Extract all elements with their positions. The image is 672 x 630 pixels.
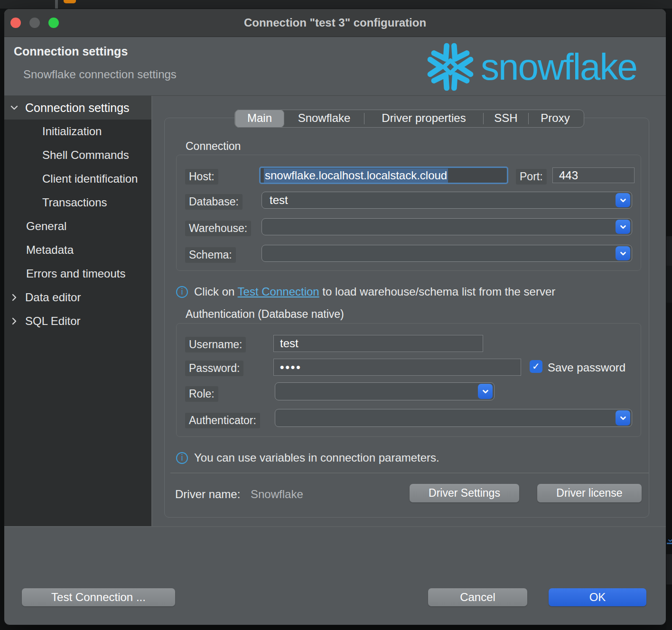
background-top-strip bbox=[0, 0, 672, 9]
driver-name-label: Driver name: bbox=[175, 488, 240, 501]
sidebar-item-label: Client identification bbox=[42, 172, 138, 185]
host-value: snowflake.localhost.localstack.cloud bbox=[264, 168, 448, 183]
sidebar-item-label: Connection settings bbox=[25, 101, 130, 115]
cancel-button[interactable]: Cancel bbox=[428, 588, 527, 606]
background-divider bbox=[55, 0, 58, 9]
chevron-down-icon[interactable] bbox=[616, 410, 630, 426]
sidebar-item-data-editor[interactable]: Data editor bbox=[4, 286, 151, 309]
info-icon: i bbox=[176, 452, 188, 464]
driver-settings-button[interactable]: Driver Settings bbox=[410, 484, 519, 502]
chevron-down-icon[interactable] bbox=[616, 220, 630, 234]
driver-name-value: Snowflake bbox=[251, 488, 303, 501]
chevron-down-icon[interactable] bbox=[478, 384, 493, 399]
background-panel bbox=[666, 266, 672, 303]
chevron-down-icon[interactable] bbox=[616, 193, 630, 207]
sidebar-item-sql-editor[interactable]: SQL Editor bbox=[4, 309, 151, 333]
warehouse-label: Warehouse: bbox=[185, 221, 251, 236]
authenticator-label: Authenticator: bbox=[185, 413, 260, 428]
sidebar-item-metadata[interactable]: Metadata bbox=[4, 238, 151, 262]
sidebar-item-transactions[interactable]: Transactions bbox=[4, 191, 151, 214]
chevron-right-icon[interactable] bbox=[9, 316, 19, 326]
database-value: test bbox=[270, 194, 288, 207]
page-title: Connection settings bbox=[14, 45, 128, 58]
authenticator-combobox[interactable] bbox=[275, 409, 632, 427]
port-label: Port: bbox=[516, 169, 547, 185]
footer-divider bbox=[4, 526, 666, 527]
authentication-group-label: Authentication (Database native) bbox=[186, 308, 344, 321]
sidebar-item-label: General bbox=[26, 220, 66, 233]
test-connection-hint: Click on Test Connection to load warehou… bbox=[194, 285, 555, 298]
driver-section-divider bbox=[170, 472, 649, 473]
dialog-title: Connection "test 3" configuration bbox=[4, 9, 666, 37]
password-label: Password: bbox=[185, 361, 243, 376]
chevron-right-icon[interactable] bbox=[9, 292, 19, 303]
page-subtitle: Snowflake connection settings bbox=[23, 68, 177, 81]
connection-group-label: Connection bbox=[186, 140, 241, 153]
sidebar-item-label: Errors and timeouts bbox=[26, 267, 125, 280]
sidebar-item-label: Transactions bbox=[42, 196, 107, 209]
chevron-down-icon[interactable] bbox=[9, 102, 19, 113]
variables-hint: You can use variables in connection para… bbox=[194, 451, 439, 464]
connection-configuration-dialog: Connection "test 3" configuration Connec… bbox=[4, 9, 666, 625]
host-label: Host: bbox=[185, 169, 218, 185]
tab-ssh[interactable]: SSH bbox=[484, 110, 528, 128]
warehouse-combobox[interactable] bbox=[261, 218, 632, 235]
sidebar-item-label: SQL Editor bbox=[25, 315, 81, 328]
collapse-chevron-icon: ⌄ bbox=[666, 534, 672, 550]
background-panel bbox=[666, 554, 672, 584]
database-label: Database: bbox=[185, 194, 243, 210]
sidebar-item-general[interactable]: General bbox=[4, 214, 151, 238]
check-icon: ✓ bbox=[532, 361, 540, 371]
username-input[interactable]: test bbox=[273, 335, 483, 352]
password-input[interactable]: •••• bbox=[273, 359, 521, 376]
save-password-checkbox[interactable]: ✓ bbox=[530, 360, 542, 373]
hint-suffix: to load warehouse/schema list from the s… bbox=[319, 285, 556, 298]
sidebar-item-errors-and-timeouts[interactable]: Errors and timeouts bbox=[4, 262, 151, 286]
driver-license-button[interactable]: Driver license bbox=[537, 484, 642, 502]
sidebar-divider bbox=[151, 96, 152, 526]
background-panel bbox=[666, 236, 672, 266]
tab-proxy[interactable]: Proxy bbox=[529, 110, 582, 128]
role-label: Role: bbox=[185, 386, 218, 402]
schema-combobox[interactable] bbox=[261, 245, 632, 262]
test-connection-button[interactable]: Test Connection ... bbox=[22, 588, 175, 606]
sidebar-item-connection-settings[interactable]: Connection settings bbox=[4, 96, 151, 120]
tab-snowflake[interactable]: Snowflake bbox=[284, 110, 364, 128]
sidebar-item-label: Data editor bbox=[25, 291, 81, 304]
ok-button[interactable]: OK bbox=[549, 588, 646, 606]
port-input[interactable]: 443 bbox=[552, 167, 635, 183]
tab-bar: Main Snowflake Driver properties SSH Pro… bbox=[234, 110, 584, 128]
snowflake-logo-icon bbox=[423, 39, 478, 94]
database-combobox[interactable]: test bbox=[261, 192, 632, 209]
save-password-label: Save password bbox=[548, 361, 625, 374]
background-right-strip: ⌄ bbox=[666, 9, 672, 630]
snowflake-wordmark: snowflake bbox=[481, 39, 637, 94]
hint-prefix: Click on bbox=[194, 285, 238, 298]
sidebar-item-client-identification[interactable]: Client identification bbox=[4, 167, 151, 191]
username-label: Username: bbox=[185, 337, 246, 352]
sidebar-item-label: Metadata bbox=[26, 243, 74, 257]
role-combobox[interactable] bbox=[275, 382, 495, 400]
info-icon: i bbox=[176, 286, 188, 298]
settings-tree: Connection settings Initialization Shell… bbox=[4, 96, 151, 526]
tab-driver-properties[interactable]: Driver properties bbox=[364, 110, 483, 128]
schema-label: Schema: bbox=[185, 247, 236, 263]
test-connection-link[interactable]: Test Connection bbox=[238, 285, 319, 298]
sidebar-item-label: Initialization bbox=[42, 125, 102, 138]
chevron-down-icon[interactable] bbox=[616, 246, 630, 260]
tab-main[interactable]: Main bbox=[235, 110, 284, 128]
background-app-icon bbox=[64, 0, 76, 3]
snowflake-logo: snowflake bbox=[423, 38, 637, 95]
sidebar-item-shell-commands[interactable]: Shell Commands bbox=[4, 143, 151, 167]
host-input[interactable]: snowflake.localhost.localstack.cloud bbox=[259, 167, 508, 184]
sidebar-item-label: Shell Commands bbox=[42, 148, 129, 162]
sidebar-item-initialization[interactable]: Initialization bbox=[4, 120, 151, 143]
dialog-titlebar[interactable]: Connection "test 3" configuration bbox=[4, 9, 666, 37]
